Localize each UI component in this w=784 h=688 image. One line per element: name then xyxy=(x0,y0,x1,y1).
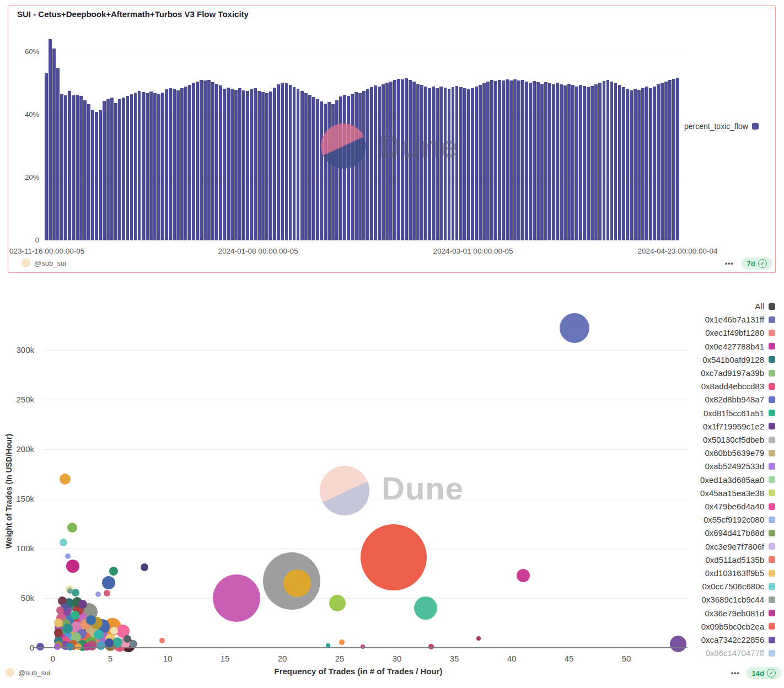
bubble[interactable] xyxy=(86,615,96,625)
bar[interactable] xyxy=(490,80,493,240)
author-handle[interactable]: @sub_sui xyxy=(34,259,66,267)
bar[interactable] xyxy=(552,84,555,240)
bar[interactable] xyxy=(106,99,110,240)
bar[interactable] xyxy=(370,87,373,240)
bar[interactable] xyxy=(180,88,184,240)
bubble[interactable] xyxy=(476,636,481,641)
bar[interactable] xyxy=(316,99,319,240)
bar[interactable] xyxy=(626,89,629,240)
bar[interactable] xyxy=(556,83,559,240)
bar[interactable] xyxy=(560,84,563,240)
bar[interactable] xyxy=(246,91,249,240)
legend-item[interactable]: 0x36e79eb081d xyxy=(632,609,775,618)
bar[interactable] xyxy=(571,85,574,240)
bar[interactable] xyxy=(590,86,594,240)
bubble[interactable] xyxy=(60,539,67,546)
bar[interactable] xyxy=(676,78,679,240)
bubble[interactable] xyxy=(71,611,79,620)
legend-item[interactable]: 0x694d417b88d xyxy=(632,528,775,538)
bar[interactable] xyxy=(157,94,160,240)
bar[interactable] xyxy=(622,87,625,240)
bar[interactable] xyxy=(45,73,48,240)
legend-item[interactable]: 0xd81f5cc61a51 xyxy=(632,409,775,418)
bar[interactable] xyxy=(606,80,610,240)
bar[interactable] xyxy=(471,88,474,240)
bubble[interactable] xyxy=(66,560,79,573)
legend-item[interactable]: 0x8add4ebccd83 xyxy=(632,381,775,391)
bubble[interactable] xyxy=(67,523,77,533)
bubble[interactable] xyxy=(361,524,427,590)
bar[interactable] xyxy=(498,80,501,240)
bar[interactable] xyxy=(320,101,323,241)
bar[interactable] xyxy=(467,89,470,240)
bar[interactable] xyxy=(289,85,292,240)
bar[interactable] xyxy=(153,93,157,240)
bar[interactable] xyxy=(250,89,253,240)
legend-item[interactable]: 0xd103163ff9b5 xyxy=(632,568,775,578)
legend-item[interactable]: All xyxy=(632,302,775,311)
bar[interactable] xyxy=(536,82,540,240)
bubble[interactable] xyxy=(130,640,137,648)
bar[interactable] xyxy=(196,82,199,240)
bar[interactable] xyxy=(215,84,218,240)
bar[interactable] xyxy=(122,98,125,240)
bar[interactable] xyxy=(300,91,304,240)
bubble[interactable] xyxy=(78,600,87,609)
legend-item[interactable]: 0xc3e9e7f7806f xyxy=(632,542,775,551)
bar[interactable] xyxy=(79,96,83,240)
legend-item[interactable]: 0x541b0afd9128 xyxy=(632,355,775,364)
bubble[interactable] xyxy=(329,595,346,611)
bar[interactable] xyxy=(223,89,226,240)
bar[interactable] xyxy=(614,83,617,240)
bar[interactable] xyxy=(587,87,590,240)
bar[interactable] xyxy=(448,89,451,240)
bar[interactable] xyxy=(87,104,90,240)
bar[interactable] xyxy=(169,88,172,240)
bar[interactable] xyxy=(463,88,466,240)
legend-item[interactable]: 0x1f719959c1e2 xyxy=(632,422,775,431)
bar[interactable] xyxy=(103,101,106,240)
bar[interactable] xyxy=(304,93,308,240)
refresh-period-badge[interactable]: 7d ✓ xyxy=(742,257,772,270)
legend-item[interactable]: 0xec1f49bf1280 xyxy=(632,328,775,337)
bar[interactable] xyxy=(99,110,102,240)
bubble[interactable] xyxy=(517,569,530,582)
bar[interactable] xyxy=(482,83,486,240)
bubble[interactable] xyxy=(560,313,589,343)
bar[interactable] xyxy=(257,91,261,240)
legend-item[interactable]: 0x0cc7506c680c xyxy=(632,582,775,591)
bar[interactable] xyxy=(56,68,60,241)
bar[interactable] xyxy=(475,87,478,240)
bubble[interactable] xyxy=(339,639,345,645)
bar[interactable] xyxy=(114,103,117,240)
refresh-period-badge[interactable]: 14d ✓ xyxy=(747,667,781,679)
bar[interactable] xyxy=(72,95,75,240)
bubble[interactable] xyxy=(56,606,64,614)
more-menu-icon[interactable]: ••• xyxy=(731,669,740,677)
bar[interactable] xyxy=(76,95,79,241)
bar[interactable] xyxy=(502,80,505,240)
bar[interactable] xyxy=(525,82,528,240)
legend-item[interactable]: 0x82d8bb948a7 xyxy=(632,395,775,404)
bar[interactable] xyxy=(366,89,369,240)
bar[interactable] xyxy=(130,94,133,240)
bar[interactable] xyxy=(64,95,67,240)
legend-item[interactable]: 0x3689c1cb9c44 xyxy=(632,595,775,604)
bar[interactable] xyxy=(327,102,331,240)
bar[interactable] xyxy=(173,89,176,240)
bar[interactable] xyxy=(540,84,544,240)
bar[interactable] xyxy=(273,88,276,240)
author-avatar[interactable] xyxy=(22,259,30,267)
legend-item[interactable]: 0x86c1470477ff xyxy=(632,648,775,658)
bar[interactable] xyxy=(281,83,284,240)
bar[interactable] xyxy=(161,93,164,241)
bar[interactable] xyxy=(598,83,602,240)
legend-item[interactable]: 0xed1a3d685aa0 xyxy=(632,475,775,485)
bar[interactable] xyxy=(513,79,517,240)
bubble[interactable] xyxy=(414,596,437,620)
bar[interactable] xyxy=(509,80,513,240)
bar[interactable] xyxy=(331,104,335,240)
bubble[interactable] xyxy=(105,638,114,647)
legend-item[interactable]: 0x1e46b7a131ff xyxy=(632,315,775,324)
bubble[interactable] xyxy=(94,630,104,639)
